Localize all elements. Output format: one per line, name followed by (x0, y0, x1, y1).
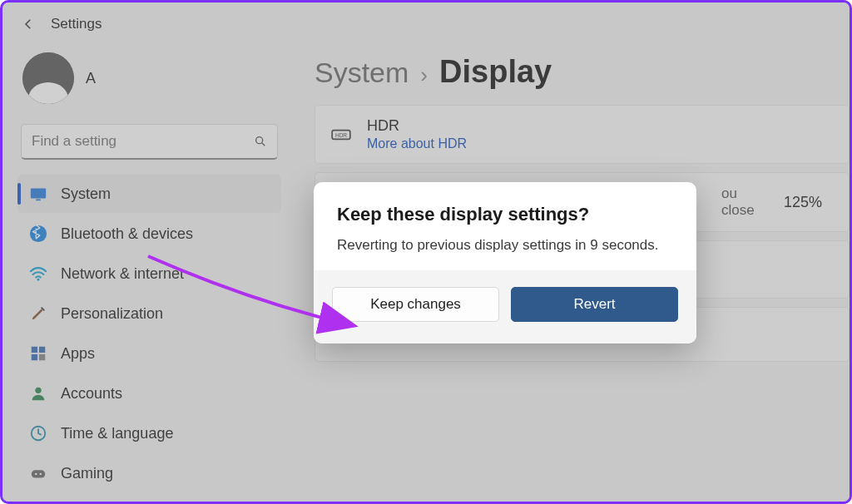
sidebar-item-label: Time & language (61, 425, 173, 442)
profile-block[interactable]: A (17, 49, 281, 119)
dialog-title: Keep these display settings? (337, 204, 673, 225)
dialog-msg-prefix: Reverting to previous display settings i… (337, 237, 590, 253)
brush-icon (29, 304, 47, 323)
svg-text:HDR: HDR (335, 132, 347, 138)
sidebar-item-label: Gaming (61, 465, 113, 482)
breadcrumb-current: Display (439, 54, 552, 90)
dialog-msg-suffix: seconds. (598, 237, 659, 253)
sidebar-item-accounts[interactable]: Accounts (17, 374, 281, 413)
hdr-more-link[interactable]: More about HDR (367, 136, 834, 151)
settings-window: Settings A (0, 0, 852, 504)
clock-globe-icon (29, 424, 47, 442)
svg-rect-8 (39, 354, 45, 360)
svg-rect-7 (32, 354, 37, 360)
sidebar: A System (2, 39, 290, 497)
profile-name: A (86, 70, 96, 87)
sidebar-item-apps[interactable]: Apps (17, 334, 281, 373)
search-icon (254, 135, 267, 148)
sidebar-item-gaming[interactable]: Gaming (17, 454, 281, 492)
sidebar-item-time[interactable]: Time & language (17, 414, 281, 452)
sidebar-item-network[interactable]: Network & internet (17, 254, 281, 293)
svg-rect-6 (39, 347, 45, 353)
sidebar-item-label: Accounts (61, 385, 122, 403)
dialog-message: Reverting to previous display settings i… (337, 237, 673, 254)
gaming-icon (29, 464, 47, 482)
search-box[interactable] (21, 124, 278, 160)
app-title: Settings (51, 16, 102, 32)
svg-point-13 (40, 473, 42, 475)
svg-rect-2 (36, 199, 41, 200)
back-icon[interactable] (21, 17, 36, 32)
breadcrumb: System › Display (315, 54, 850, 90)
apps-icon (29, 344, 47, 363)
search-input[interactable] (32, 133, 232, 150)
sidebar-item-label: Bluetooth & devices (61, 225, 193, 243)
avatar (22, 52, 74, 104)
svg-point-9 (35, 388, 41, 393)
keep-settings-dialog: Keep these display settings? Reverting t… (314, 182, 696, 343)
title-bar: Settings (2, 2, 850, 39)
sidebar-item-label: System (61, 185, 111, 203)
breadcrumb-parent[interactable]: System (315, 57, 409, 89)
sidebar-item-personalization[interactable]: Personalization (17, 294, 281, 333)
sidebar-item-system[interactable]: System (17, 175, 281, 213)
accounts-icon (29, 384, 47, 403)
svg-rect-1 (31, 189, 46, 199)
svg-point-0 (256, 137, 263, 144)
wifi-icon (29, 264, 47, 283)
setting-hdr[interactable]: HDR HDR More about HDR (315, 105, 850, 164)
revert-button[interactable]: Revert (511, 287, 678, 322)
keep-changes-button[interactable]: Keep changes (332, 287, 499, 322)
setting-title: HDR (367, 117, 834, 135)
dialog-countdown: 9 (590, 237, 597, 253)
svg-rect-11 (32, 470, 46, 477)
sidebar-item-label: Apps (61, 345, 95, 363)
hdr-icon: HDR (330, 124, 352, 146)
svg-point-12 (35, 473, 37, 475)
svg-point-4 (37, 279, 40, 281)
svg-rect-5 (32, 347, 37, 353)
scale-value[interactable]: 125% (772, 187, 834, 218)
chevron-right-icon: › (420, 62, 428, 88)
system-icon (29, 185, 47, 203)
svg-point-3 (30, 225, 47, 242)
sidebar-item-label: Network & internet (61, 265, 184, 283)
nav-list: System Bluetooth & devices Network & int… (17, 175, 281, 492)
sidebar-item-label: Personalization (61, 305, 163, 323)
bluetooth-icon (29, 225, 47, 243)
sidebar-item-bluetooth[interactable]: Bluetooth & devices (17, 215, 281, 253)
